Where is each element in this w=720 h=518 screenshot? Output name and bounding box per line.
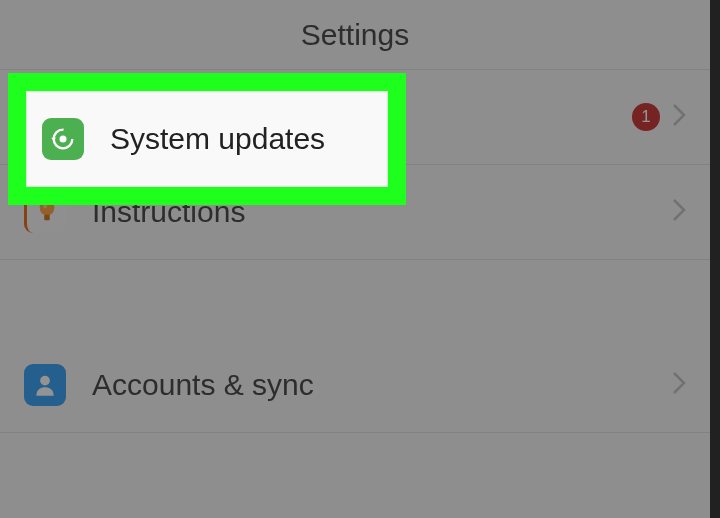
item-right <box>672 197 686 227</box>
tutorial-highlight: System updates <box>8 73 406 205</box>
svg-point-7 <box>60 136 67 143</box>
item-right: 1 <box>632 102 686 132</box>
list-item-accounts-sync[interactable]: Accounts & sync <box>0 338 710 433</box>
screen-edge <box>710 0 720 518</box>
person-icon <box>24 364 66 406</box>
chevron-right-icon <box>672 102 686 132</box>
refresh-icon <box>42 118 84 160</box>
notification-badge: 1 <box>632 103 660 131</box>
svg-rect-3 <box>44 215 50 221</box>
highlighted-item[interactable]: System updates <box>26 91 388 187</box>
svg-point-5 <box>40 376 50 386</box>
chevron-right-icon <box>672 370 686 400</box>
page-title: Settings <box>301 18 409 52</box>
section-spacer <box>0 260 710 338</box>
chevron-right-icon <box>672 197 686 227</box>
item-right <box>672 370 686 400</box>
item-label: Accounts & sync <box>92 368 314 402</box>
header: Settings <box>0 0 710 70</box>
item-label: System updates <box>110 122 325 156</box>
